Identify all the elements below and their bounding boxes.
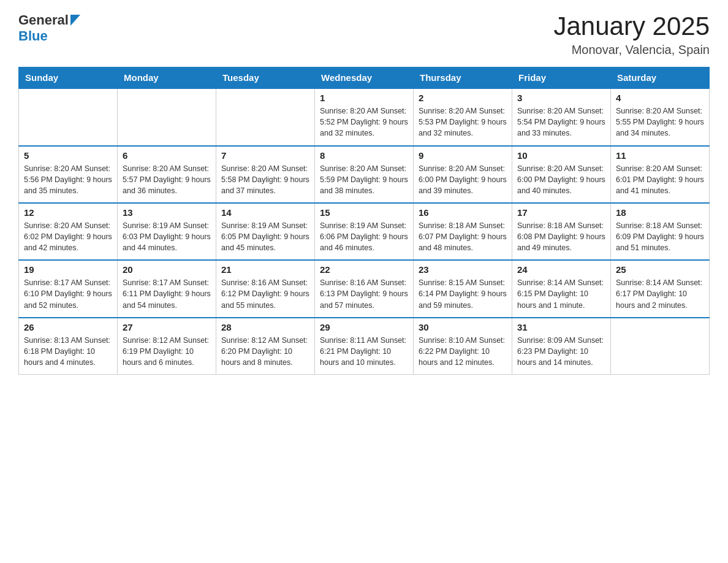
day-info: Sunrise: 8:18 AM Sunset: 6:07 PM Dayligh…	[419, 220, 507, 253]
day-info: Sunrise: 8:19 AM Sunset: 6:03 PM Dayligh…	[123, 220, 211, 253]
day-info: Sunrise: 8:17 AM Sunset: 6:11 PM Dayligh…	[123, 277, 211, 310]
day-number: 7	[221, 150, 309, 161]
day-number: 29	[320, 322, 408, 332]
calendar-cell: 30Sunrise: 8:10 AM Sunset: 6:22 PM Dayli…	[414, 318, 512, 375]
day-info: Sunrise: 8:19 AM Sunset: 6:05 PM Dayligh…	[221, 220, 309, 253]
day-number: 20	[123, 264, 211, 275]
day-number: 24	[517, 264, 605, 275]
day-number: 23	[419, 264, 507, 275]
day-info: Sunrise: 8:11 AM Sunset: 6:21 PM Dayligh…	[320, 335, 408, 368]
calendar-cell	[611, 318, 710, 375]
calendar-cell: 12Sunrise: 8:20 AM Sunset: 6:02 PM Dayli…	[19, 203, 118, 260]
calendar-cell: 14Sunrise: 8:19 AM Sunset: 6:05 PM Dayli…	[216, 203, 315, 260]
calendar-cell: 7Sunrise: 8:20 AM Sunset: 5:58 PM Daylig…	[216, 146, 315, 203]
month-title: January 2025	[553, 12, 710, 40]
day-info: Sunrise: 8:20 AM Sunset: 5:53 PM Dayligh…	[419, 105, 507, 139]
calendar-cell: 17Sunrise: 8:18 AM Sunset: 6:08 PM Dayli…	[512, 203, 611, 260]
calendar-cell: 9Sunrise: 8:20 AM Sunset: 6:00 PM Daylig…	[414, 146, 512, 203]
week-row-1: 1Sunrise: 8:20 AM Sunset: 5:52 PM Daylig…	[19, 88, 710, 145]
day-info: Sunrise: 8:15 AM Sunset: 6:14 PM Dayligh…	[419, 277, 507, 310]
calendar-cell: 26Sunrise: 8:13 AM Sunset: 6:18 PM Dayli…	[19, 318, 118, 375]
day-number: 16	[419, 207, 507, 218]
calendar-cell: 1Sunrise: 8:20 AM Sunset: 5:52 PM Daylig…	[315, 88, 414, 145]
weekday-header-wednesday: Wednesday	[315, 67, 414, 89]
svg-marker-0	[70, 15, 80, 26]
day-number: 15	[320, 207, 408, 218]
calendar-cell: 31Sunrise: 8:09 AM Sunset: 6:23 PM Dayli…	[512, 318, 611, 375]
day-info: Sunrise: 8:17 AM Sunset: 6:10 PM Dayligh…	[24, 277, 112, 310]
calendar-cell: 24Sunrise: 8:14 AM Sunset: 6:15 PM Dayli…	[512, 260, 611, 317]
day-number: 14	[221, 207, 309, 218]
week-row-4: 19Sunrise: 8:17 AM Sunset: 6:10 PM Dayli…	[19, 260, 710, 317]
day-info: Sunrise: 8:20 AM Sunset: 5:52 PM Dayligh…	[320, 105, 408, 139]
weekday-header-thursday: Thursday	[414, 67, 512, 89]
calendar-cell: 6Sunrise: 8:20 AM Sunset: 5:57 PM Daylig…	[118, 146, 216, 203]
calendar-cell: 8Sunrise: 8:20 AM Sunset: 5:59 PM Daylig…	[315, 146, 414, 203]
day-number: 6	[123, 150, 211, 161]
calendar-cell: 13Sunrise: 8:19 AM Sunset: 6:03 PM Dayli…	[118, 203, 216, 260]
day-number: 30	[419, 322, 507, 332]
calendar-cell: 15Sunrise: 8:19 AM Sunset: 6:06 PM Dayli…	[315, 203, 414, 260]
week-row-3: 12Sunrise: 8:20 AM Sunset: 6:02 PM Dayli…	[19, 203, 710, 260]
day-info: Sunrise: 8:20 AM Sunset: 5:58 PM Dayligh…	[221, 163, 309, 196]
calendar-cell: 18Sunrise: 8:18 AM Sunset: 6:09 PM Dayli…	[611, 203, 710, 260]
day-number: 9	[419, 150, 507, 161]
day-info: Sunrise: 8:20 AM Sunset: 5:56 PM Dayligh…	[24, 163, 112, 196]
day-info: Sunrise: 8:20 AM Sunset: 6:02 PM Dayligh…	[24, 220, 112, 253]
day-info: Sunrise: 8:20 AM Sunset: 5:55 PM Dayligh…	[616, 105, 704, 139]
day-info: Sunrise: 8:18 AM Sunset: 6:09 PM Dayligh…	[616, 220, 704, 253]
day-number: 13	[123, 207, 211, 218]
day-number: 22	[320, 264, 408, 275]
calendar-cell: 4Sunrise: 8:20 AM Sunset: 5:55 PM Daylig…	[611, 88, 710, 145]
weekday-header-row: SundayMondayTuesdayWednesdayThursdayFrid…	[19, 67, 710, 89]
calendar-cell	[19, 88, 118, 145]
day-info: Sunrise: 8:12 AM Sunset: 6:19 PM Dayligh…	[123, 335, 211, 368]
day-number: 17	[517, 207, 605, 218]
day-number: 1	[320, 93, 408, 103]
day-number: 28	[221, 322, 309, 332]
weekday-header-friday: Friday	[512, 67, 611, 89]
day-number: 2	[419, 93, 507, 103]
calendar-cell	[118, 88, 216, 145]
day-number: 5	[24, 150, 112, 161]
page-header: General Blue January 2025 Monovar, Valen…	[18, 12, 710, 57]
day-info: Sunrise: 8:14 AM Sunset: 6:15 PM Dayligh…	[517, 277, 605, 310]
calendar-cell: 22Sunrise: 8:16 AM Sunset: 6:13 PM Dayli…	[315, 260, 414, 317]
day-info: Sunrise: 8:12 AM Sunset: 6:20 PM Dayligh…	[221, 335, 309, 368]
day-number: 12	[24, 207, 112, 218]
weekday-header-saturday: Saturday	[611, 67, 710, 89]
calendar-cell: 16Sunrise: 8:18 AM Sunset: 6:07 PM Dayli…	[414, 203, 512, 260]
logo-general-text: General	[18, 12, 69, 28]
calendar-cell: 20Sunrise: 8:17 AM Sunset: 6:11 PM Dayli…	[118, 260, 216, 317]
calendar-cell: 3Sunrise: 8:20 AM Sunset: 5:54 PM Daylig…	[512, 88, 611, 145]
calendar-table: SundayMondayTuesdayWednesdayThursdayFrid…	[18, 67, 710, 375]
day-info: Sunrise: 8:16 AM Sunset: 6:13 PM Dayligh…	[320, 277, 408, 310]
day-number: 18	[616, 207, 704, 218]
week-row-5: 26Sunrise: 8:13 AM Sunset: 6:18 PM Dayli…	[19, 318, 710, 375]
calendar-cell: 28Sunrise: 8:12 AM Sunset: 6:20 PM Dayli…	[216, 318, 315, 375]
logo: General Blue	[18, 12, 80, 44]
day-info: Sunrise: 8:18 AM Sunset: 6:08 PM Dayligh…	[517, 220, 605, 253]
day-number: 11	[616, 150, 704, 161]
calendar-cell: 2Sunrise: 8:20 AM Sunset: 5:53 PM Daylig…	[414, 88, 512, 145]
day-number: 26	[24, 322, 112, 332]
weekday-header-tuesday: Tuesday	[216, 67, 315, 89]
calendar-cell: 29Sunrise: 8:11 AM Sunset: 6:21 PM Dayli…	[315, 318, 414, 375]
calendar-cell: 27Sunrise: 8:12 AM Sunset: 6:19 PM Dayli…	[118, 318, 216, 375]
calendar-cell: 11Sunrise: 8:20 AM Sunset: 6:01 PM Dayli…	[611, 146, 710, 203]
calendar-cell: 21Sunrise: 8:16 AM Sunset: 6:12 PM Dayli…	[216, 260, 315, 317]
title-section: January 2025 Monovar, Valencia, Spain	[553, 12, 710, 57]
calendar-cell: 23Sunrise: 8:15 AM Sunset: 6:14 PM Dayli…	[414, 260, 512, 317]
day-info: Sunrise: 8:20 AM Sunset: 6:01 PM Dayligh…	[616, 163, 704, 196]
day-number: 27	[123, 322, 211, 332]
day-info: Sunrise: 8:09 AM Sunset: 6:23 PM Dayligh…	[517, 335, 605, 368]
calendar-cell: 25Sunrise: 8:14 AM Sunset: 6:17 PM Dayli…	[611, 260, 710, 317]
day-info: Sunrise: 8:16 AM Sunset: 6:12 PM Dayligh…	[221, 277, 309, 310]
day-info: Sunrise: 8:13 AM Sunset: 6:18 PM Dayligh…	[24, 335, 112, 368]
weekday-header-monday: Monday	[118, 67, 216, 89]
day-info: Sunrise: 8:10 AM Sunset: 6:22 PM Dayligh…	[419, 335, 507, 368]
location-subtitle: Monovar, Valencia, Spain	[553, 43, 710, 57]
day-number: 4	[616, 93, 704, 103]
day-number: 10	[517, 150, 605, 161]
day-number: 19	[24, 264, 112, 275]
